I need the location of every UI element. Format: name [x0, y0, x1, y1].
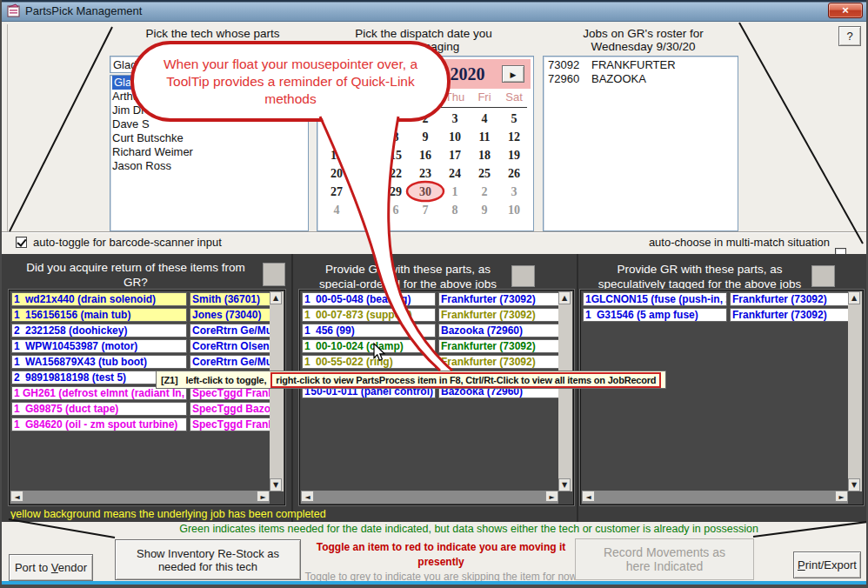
- scroll-left-icon[interactable]: ◄: [10, 491, 23, 502]
- scroll-up-icon[interactable]: ▲: [270, 291, 282, 304]
- parts-row[interactable]: 1WA156879X43 (tub boot)CoreRtrn Ge/Mulli…: [11, 355, 271, 369]
- calendar-day[interactable]: 5: [499, 110, 529, 128]
- auto-choose-label: auto-choose in multi-match situation: [524, 236, 830, 249]
- speculative-table[interactable]: 1GLCNON15 (fuse (push-in, 2.00Frankfurte…: [580, 290, 864, 505]
- special-vscrollbar[interactable]: ▲ ▼: [558, 291, 572, 491]
- close-button[interactable]: ×: [828, 3, 863, 18]
- returns-table[interactable]: 1wd21x440 (drain solenoid)Smith (36701)1…: [9, 290, 285, 505]
- print-label-post: rint/Export: [805, 558, 857, 571]
- calendar-day[interactable]: 6: [381, 201, 411, 219]
- calendar-day[interactable]: 4: [322, 201, 351, 219]
- calendar-day[interactable]: 7: [411, 201, 440, 219]
- calendar-day[interactable]: 17: [440, 146, 470, 164]
- scroll-down-icon[interactable]: ▼: [270, 478, 282, 491]
- record-movements-button[interactable]: Record Movements as here Indicated: [575, 538, 754, 580]
- parts-row[interactable]: 1G31546 (5 amp fuse)Frankfurter (73092): [583, 308, 850, 322]
- returns-rows: 1wd21x440 (drain solenoid)Smith (36701)1…: [11, 292, 271, 433]
- calendar-day[interactable]: 8: [381, 128, 411, 146]
- calendar-day[interactable]: 9: [470, 201, 499, 219]
- callout-balloon: When your float your mousepointer over, …: [130, 41, 451, 122]
- calendar-day[interactable]: 15: [381, 146, 411, 164]
- calendar-day[interactable]: 13: [322, 146, 351, 164]
- calendar-next-month-button[interactable]: ▶: [502, 65, 524, 83]
- parts-row[interactable]: 1G84620 (oil - zm spout turbine)SpecTggd…: [11, 418, 271, 431]
- calendar-day[interactable]: 10: [440, 128, 470, 146]
- scroll-right-icon[interactable]: ►: [545, 491, 558, 502]
- returns-vscrollbar[interactable]: ▲ ▼: [270, 291, 284, 491]
- toggle-note-red: Toggle an item to red to indicate you ar…: [304, 540, 578, 570]
- port-to-vendor-button[interactable]: Port to Vendor: [9, 554, 93, 581]
- calendar-day[interactable]: 10: [499, 201, 529, 219]
- calendar-day[interactable]: 28: [351, 183, 381, 201]
- calendar-day[interactable]: 3: [499, 183, 529, 201]
- calendar-day[interactable]: 25: [470, 164, 499, 183]
- calendar-day[interactable]: 19: [499, 146, 529, 164]
- tech-list-item[interactable]: Jason Ross: [110, 159, 308, 173]
- tech-list-item[interactable]: Curt Butschke: [110, 131, 308, 145]
- parts-row[interactable]: 100-10-024 (clamp)Frankfurter (73092): [302, 339, 560, 353]
- calendar-day[interactable]: 3: [440, 110, 470, 128]
- speculative-panel-swatch[interactable]: [811, 265, 835, 287]
- calendar-weekday-label: Fri: [470, 90, 499, 106]
- scroll-up-icon[interactable]: ▲: [848, 291, 860, 304]
- calendar-day[interactable]: 20: [322, 164, 351, 183]
- calendar-day[interactable]: 22: [381, 164, 411, 183]
- special-ordered-table[interactable]: 100-05-048 (bearing)Frankfurter (73092)1…: [299, 290, 574, 505]
- parts-row[interactable]: 1456 (99)Bazooka (72960): [302, 324, 560, 337]
- calendar-day[interactable]: 5: [351, 201, 381, 219]
- parts-row[interactable]: 100-07-873 (support)Frankfurter (73092): [302, 308, 560, 322]
- calendar-day[interactable]: 4: [470, 110, 499, 128]
- scroll-down-icon[interactable]: ▼: [848, 478, 860, 491]
- returns-panel-swatch[interactable]: [263, 263, 285, 286]
- calendar-day[interactable]: 9: [411, 128, 440, 146]
- special-ordered-panel-swatch[interactable]: [511, 265, 535, 287]
- scroll-down-icon[interactable]: ▼: [558, 478, 571, 491]
- parts-row[interactable]: 1G89875 (duct tape)SpecTggd Bazooka (729…: [11, 402, 271, 416]
- speculative-hscrollbar[interactable]: ◄ ►: [582, 491, 848, 504]
- parts-row[interactable]: 1156156156 (main tub)Jones (73040): [11, 308, 271, 322]
- calendar-day[interactable]: 16: [411, 146, 440, 164]
- print-export-button[interactable]: Print/Export: [793, 551, 861, 578]
- calendar-day[interactable]: 24: [440, 164, 470, 183]
- calendar-day[interactable]: 7: [351, 128, 381, 146]
- calendar-day[interactable]: 23: [411, 164, 440, 183]
- calendar-day[interactable]: 6: [322, 128, 351, 146]
- show-inventory-button[interactable]: Show Inventory Re-Stock as needed for th…: [115, 539, 301, 580]
- scroll-left-icon[interactable]: ◄: [582, 491, 595, 502]
- help-button[interactable]: ?: [838, 26, 861, 46]
- calendar-day[interactable]: 26: [499, 164, 529, 183]
- parts-row[interactable]: 1wd21x440 (drain solenoid)Smith (36701): [11, 292, 271, 306]
- special-hscrollbar[interactable]: ◄ ►: [301, 491, 558, 504]
- parts-row[interactable]: 1GLCNON15 (fuse (push-in, 2.00Frankfurte…: [583, 292, 850, 306]
- speculative-vscrollbar[interactable]: ▲ ▼: [848, 291, 862, 491]
- calendar-day[interactable]: 27: [322, 183, 351, 201]
- auto-toggle-label: auto-toggle for barcode-scanner input: [33, 236, 222, 249]
- balloon-line1: When your float your mousepointer over, …: [134, 56, 447, 73]
- calendar-day[interactable]: 14: [351, 146, 381, 164]
- parts-row[interactable]: 22321258 (doohickey)CoreRtrn Ge/Mullins …: [11, 324, 271, 337]
- calendar-day-grid[interactable]: 3031123456789101112131415161718192021222…: [322, 110, 529, 219]
- title-bar[interactable]: PartsPick Management ×: [2, 0, 866, 22]
- jobs-listbox[interactable]: 73092FRANKFURTER72960BAZOOKA: [543, 56, 738, 231]
- scroll-left-icon[interactable]: ◄: [301, 491, 314, 502]
- calendar-day[interactable]: 1: [440, 183, 470, 201]
- calendar-day[interactable]: 2: [470, 183, 499, 201]
- job-list-item[interactable]: 73092FRANKFURTER: [544, 58, 738, 72]
- parts-row[interactable]: 1WPW10453987 (motor)CoreRtrn Olsen (7287…: [11, 339, 271, 353]
- calendar-day[interactable]: 21: [351, 164, 381, 183]
- parts-row[interactable]: 100-55-022 (ring)Frankfurter (73092): [302, 355, 560, 369]
- auto-toggle-checkbox[interactable]: [16, 237, 27, 248]
- job-list-item[interactable]: 72960BAZOOKA: [544, 72, 738, 86]
- scroll-right-icon[interactable]: ►: [257, 491, 270, 502]
- parts-row[interactable]: 100-05-048 (bearing)Frankfurter (73092): [302, 292, 560, 306]
- calendar-day[interactable]: 29: [381, 183, 411, 201]
- calendar-day-selected[interactable]: 30: [411, 183, 440, 201]
- returns-hscrollbar[interactable]: ◄ ►: [10, 491, 270, 504]
- calendar-day[interactable]: 8: [440, 201, 470, 219]
- calendar-day[interactable]: 12: [499, 128, 529, 146]
- scroll-up-icon[interactable]: ▲: [558, 291, 571, 304]
- calendar-day[interactable]: 11: [470, 128, 499, 146]
- calendar-day[interactable]: 18: [470, 146, 499, 164]
- tech-list-item[interactable]: Richard Weimer: [110, 145, 308, 159]
- scroll-right-icon[interactable]: ►: [835, 491, 848, 502]
